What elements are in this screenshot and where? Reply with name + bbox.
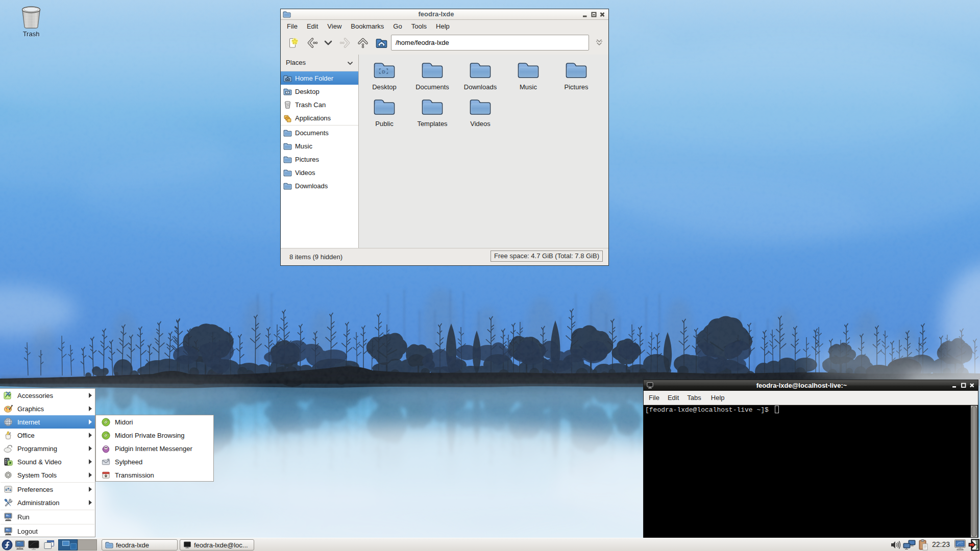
svg-text:D: D xyxy=(382,69,385,74)
